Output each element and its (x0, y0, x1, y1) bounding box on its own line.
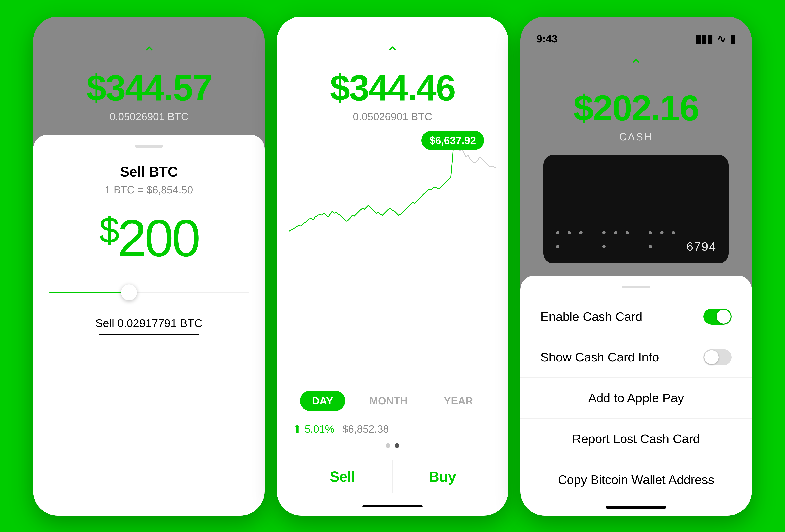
time-btn-year[interactable]: YEAR (432, 391, 485, 411)
sell-btc-sheet: Sell BTC 1 BTC = $6,854.50 $200 Sell 0.0… (33, 135, 265, 515)
home-bar-3 (606, 506, 666, 509)
report-lost-label: Report Lost Cash Card (572, 432, 700, 446)
sell-btc-label: Sell 0.02917791 BTC (95, 317, 202, 330)
show-cash-card-info-label: Show Cash Card Info (540, 350, 659, 364)
enable-cash-card-row: Enable Cash Card (520, 296, 752, 337)
toggle-knob-off (705, 350, 718, 364)
battery-icon: ▮ (730, 33, 736, 45)
btc-price: $344.57 (86, 67, 212, 109)
btc-price-2: $344.46 (330, 67, 455, 109)
exchange-rate: 1 BTC = $6,854.50 (105, 184, 193, 196)
screen-sell-btc: ⌃ $344.57 0.05026901 BTC Sell BTC 1 BTC … (33, 17, 265, 515)
enable-cash-card-label: Enable Cash Card (540, 309, 642, 324)
btc-amount-2: 0.05026901 BTC (353, 111, 432, 123)
dot-2 (395, 443, 399, 448)
time-btn-day[interactable]: DAY (300, 391, 345, 411)
page-dots (386, 439, 399, 452)
wifi-icon: ∿ (717, 33, 726, 45)
enable-cash-card-toggle[interactable] (704, 309, 732, 325)
signal-icon: ▮▮▮ (695, 33, 713, 45)
time-btn-month[interactable]: MONTH (357, 391, 420, 411)
card-dots-3: • • • • (648, 226, 686, 254)
chart-tooltip: $6,637.92 (422, 131, 484, 150)
card-dots-2: • • • • (602, 226, 640, 254)
slider-fill (49, 292, 129, 293)
buy-button[interactable]: Buy (393, 460, 492, 493)
show-cash-card-info-row: Show Cash Card Info (520, 337, 752, 378)
status-icons: ▮▮▮ ∿ ▮ (695, 33, 736, 45)
report-lost-row[interactable]: Report Lost Cash Card (520, 419, 752, 459)
add-to-apple-pay-label: Add to Apple Pay (588, 391, 684, 405)
slider-thumb[interactable] (121, 285, 137, 300)
sell-title: Sell BTC (120, 164, 178, 180)
add-to-apple-pay-row[interactable]: Add to Apple Pay (520, 378, 752, 419)
card-number: 6794 (687, 240, 716, 254)
copy-bitcoin-row[interactable]: Copy Bitcoin Wallet Address (520, 459, 752, 500)
toggle-knob-on (716, 310, 731, 324)
change-price: $6,852.38 (343, 423, 389, 435)
amount-slider[interactable] (49, 285, 249, 300)
copy-bitcoin-label: Copy Bitcoin Wallet Address (558, 473, 714, 487)
chevron-up-icon-2[interactable]: ⌃ (386, 45, 399, 61)
chart-area: $6,637.92 (277, 127, 508, 383)
time-selector: DAY MONTH YEAR (277, 383, 508, 419)
btc-amount: 0.05026901 BTC (109, 111, 188, 123)
screen1-top: ⌃ $344.57 0.05026901 BTC (33, 17, 265, 135)
sell-btc-underline (99, 334, 199, 335)
cash-settings-sheet: Enable Cash Card Show Cash Card Info Add… (520, 275, 752, 515)
slider-track (49, 292, 249, 293)
cash-amount: $202.16 (574, 87, 699, 129)
sheet-handle (135, 145, 163, 148)
show-cash-card-info-toggle[interactable] (704, 349, 732, 365)
change-percent: ⬆ 5.01% (293, 423, 334, 435)
screen-cash-card: 9:43 ▮▮▮ ∿ ▮ ⌃ $202.16 CASH • • • • • • … (520, 17, 752, 515)
sheet-handle-3 (622, 286, 650, 288)
home-bar-2 (362, 505, 423, 507)
cash-card: • • • • • • • • • • • • 6794 (543, 155, 729, 264)
card-dots-group: • • • • • • • • • • • • (556, 226, 687, 254)
status-bar: 9:43 ▮▮▮ ∿ ▮ (520, 29, 752, 49)
chevron-up-icon[interactable]: ⌃ (142, 45, 156, 61)
dot-1 (386, 443, 390, 448)
cash-label: CASH (619, 131, 653, 143)
sell-amount: $200 (99, 212, 199, 264)
card-dots-1: • • • • (556, 226, 594, 254)
screen-btc-chart: ⌃ $344.46 0.05026901 BTC $6,637.92 DAY M… (277, 17, 508, 515)
chart-stats: ⬆ 5.01% $6,852.38 (277, 419, 508, 439)
screen3-top: 9:43 ▮▮▮ ∿ ▮ ⌃ $202.16 CASH • • • • • • … (520, 17, 752, 275)
chevron-up-icon-3[interactable]: ⌃ (629, 57, 643, 73)
sell-button[interactable]: Sell (293, 460, 393, 493)
status-time: 9:43 (536, 33, 557, 45)
dollar-sign: $ (99, 210, 117, 250)
action-buttons: Sell Buy (277, 452, 508, 501)
screen2-top: ⌃ $344.46 0.05026901 BTC (277, 17, 508, 127)
